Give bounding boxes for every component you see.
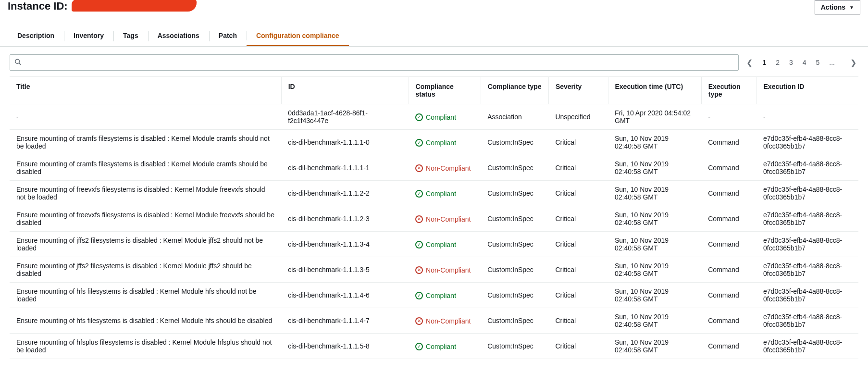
cell-severity: Critical [548,334,608,359]
check-circle-icon: ✓ [415,190,423,198]
column-header-execution-time-utc-[interactable]: Execution time (UTC) [608,77,701,104]
cell-execid: e7d0c35f-efb4-4a88-8cc8-0fcc0365b1b7 [756,334,858,359]
cell-execid: e7d0c35f-efb4-4a88-8cc8-0fcc0365b1b7 [756,206,858,232]
pagination-ellipsis: ... [827,58,837,67]
tab-label: Inventory [74,32,104,39]
cell-type: Custom:InSpec [481,308,548,334]
cell-type: Association [481,104,548,130]
cell-time: Sun, 10 Nov 2019 02:40:58 GMT [608,155,701,181]
cell-type: Custom:InSpec [481,257,548,283]
tab-description[interactable]: Description [8,26,64,46]
cell-status: ✓Compliant [409,334,481,359]
status-noncompliant: ✕Non-Compliant [415,164,471,172]
x-circle-icon: ✕ [415,317,423,325]
pagination-page-1[interactable]: 1 [760,58,768,67]
search-wrap [10,54,739,71]
cell-time: Sun, 10 Nov 2019 02:40:58 GMT [608,334,701,359]
cell-execid: - [756,104,858,130]
cell-execid: e7d0c35f-efb4-4a88-8cc8-0fcc0365b1b7 [756,155,858,181]
cell-exectype: Command [701,232,756,257]
cell-time: Sun, 10 Nov 2019 02:40:58 GMT [608,257,701,283]
column-header-id[interactable]: ID [281,77,409,104]
cell-id: cis-dil-benchmark-1.1.1.4-7 [281,308,409,334]
cell-title: Ensure mounting of freevxfs filesystems … [10,206,281,232]
cell-type: Custom:InSpec [481,206,548,232]
table-row: Ensure mounting of freevxfs filesystems … [10,181,858,206]
status-noncompliant: ✕Non-Compliant [415,317,471,325]
cell-severity: Critical [548,308,608,334]
column-header-compliance-type[interactable]: Compliance type [481,77,548,104]
status-text: Compliant [426,292,456,299]
column-header-compliance-status[interactable]: Compliance status [409,77,481,104]
cell-exectype: Command [701,130,756,155]
column-header-execution-id[interactable]: Execution ID [756,77,858,104]
check-circle-icon: ✓ [415,241,423,249]
tab-label: Tags [123,32,138,39]
status-text: Compliant [426,190,456,198]
tab-associations[interactable]: Associations [148,26,209,46]
cell-title: Ensure mounting of jffs2 filesystems is … [10,257,281,283]
tab-label: Associations [158,32,199,39]
status-compliant: ✓Compliant [415,292,456,299]
pagination-next-button[interactable]: ❯ [848,56,858,69]
table-row: Ensure mounting of hfs filesystems is di… [10,308,858,334]
cell-id: 0dd3ada1-1acf-4628-86f1-f2c1f43c447e [281,104,409,130]
chevron-right-icon: ❯ [850,59,856,67]
tab-configuration-compliance[interactable]: Configuration compliance [247,26,349,46]
cell-time: Fri, 10 Apr 2020 04:54:02 GMT [608,104,701,130]
column-header-execution-type[interactable]: Execution type [701,77,756,104]
tab-label: Configuration compliance [256,32,339,39]
pagination-page-5[interactable]: 5 [814,58,822,67]
status-text: Non-Compliant [426,317,471,325]
status-text: Non-Compliant [426,164,471,172]
cell-type: Custom:InSpec [481,130,548,155]
cell-id: cis-dil-benchmark-1.1.1.2-3 [281,206,409,232]
pagination-page-4[interactable]: 4 [801,58,808,67]
status-text: Compliant [426,113,456,121]
pagination-page-2[interactable]: 2 [774,58,781,67]
tab-label: Description [17,32,54,39]
cell-exectype: Command [701,334,756,359]
pagination-previous-button[interactable]: ❮ [744,56,755,69]
cell-time: Sun, 10 Nov 2019 02:40:58 GMT [608,130,701,155]
tab-patch[interactable]: Patch [209,26,247,46]
check-circle-icon: ✓ [415,292,423,299]
status-text: Compliant [426,139,456,147]
status-text: Non-Compliant [426,266,471,274]
cell-status: ✓Compliant [409,181,481,206]
svg-line-1 [19,63,21,65]
check-circle-icon: ✓ [415,343,423,350]
cell-exectype: Command [701,155,756,181]
cell-severity: Critical [548,283,608,308]
cell-time: Sun, 10 Nov 2019 02:40:58 GMT [608,308,701,334]
svg-point-0 [15,59,20,63]
search-input[interactable] [10,54,739,71]
cell-execid: e7d0c35f-efb4-4a88-8cc8-0fcc0365b1b7 [756,257,858,283]
actions-button[interactable]: Actions ▼ [815,0,860,14]
check-circle-icon: ✓ [415,113,423,121]
pagination-page-3[interactable]: 3 [787,58,795,67]
column-header-title[interactable]: Title [10,77,281,104]
cell-execid: e7d0c35f-efb4-4a88-8cc8-0fcc0365b1b7 [756,181,858,206]
cell-time: Sun, 10 Nov 2019 02:40:58 GMT [608,232,701,257]
cell-title: Ensure mounting of jffs2 filesystems is … [10,232,281,257]
cell-id: cis-dil-benchmark-1.1.1.4-6 [281,283,409,308]
cell-status: ✕Non-Compliant [409,308,481,334]
cell-severity: Critical [548,155,608,181]
status-compliant: ✓Compliant [415,139,456,147]
table-row: Ensure mounting of freevxfs filesystems … [10,206,858,232]
tabs: DescriptionInventoryTagsAssociationsPatc… [0,26,868,47]
cell-title: Ensure mounting of hfsplus filesystems i… [10,334,281,359]
column-header-severity[interactable]: Severity [548,77,608,104]
status-noncompliant: ✕Non-Compliant [415,215,471,223]
cell-type: Custom:InSpec [481,283,548,308]
cell-time: Sun, 10 Nov 2019 02:40:58 GMT [608,283,701,308]
tab-tags[interactable]: Tags [113,26,148,46]
cell-execid: e7d0c35f-efb4-4a88-8cc8-0fcc0365b1b7 [756,232,858,257]
status-compliant: ✓Compliant [415,190,456,198]
tab-inventory[interactable]: Inventory [64,26,113,46]
cell-id: cis-dil-benchmark-1.1.1.1-0 [281,130,409,155]
status-compliant: ✓Compliant [415,113,456,121]
check-circle-icon: ✓ [415,139,423,147]
cell-type: Custom:InSpec [481,232,548,257]
